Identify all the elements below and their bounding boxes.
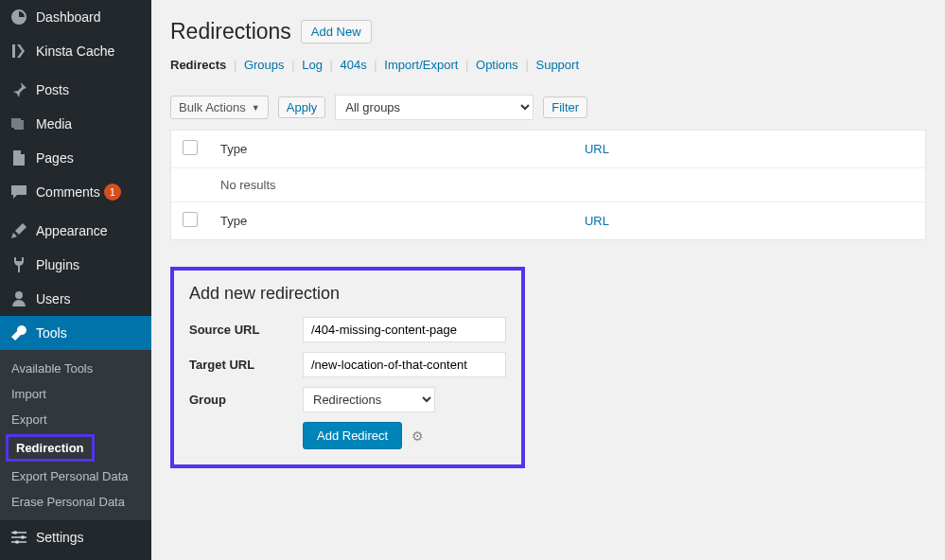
no-results-text: No results [209,168,926,202]
redirects-table: Type URL No results Type URL [170,130,926,240]
sidebar-item-label: Posts [36,82,69,97]
kinsta-icon [9,42,28,61]
main-content: Redirections Add New Redirects | Groups … [151,0,945,560]
sidebar-item-pages[interactable]: Pages [0,141,151,175]
sidebar-item-kinsta-cache[interactable]: Kinsta Cache [0,34,151,68]
apply-button[interactable]: Apply [278,96,326,118]
sidebar-item-appearance[interactable]: Appearance [0,214,151,248]
add-redirect-button[interactable]: Add Redirect [303,422,402,449]
plug-icon [9,255,28,274]
submenu-available-tools[interactable]: Available Tools [0,356,151,381]
page-title: Redirections [170,19,291,44]
col-url-footer[interactable]: URL [585,214,609,228]
sidebar-item-tools[interactable]: Tools [0,316,151,350]
user-icon [9,289,28,308]
sub-nav: Redirects | Groups | Log | 404s | Import… [170,58,926,72]
subnav-redirects[interactable]: Redirects [170,58,226,72]
gear-icon[interactable]: ⚙ [411,429,424,444]
col-type: Type [209,131,573,168]
col-type-footer: Type [209,202,573,240]
target-url-label: Target URL [189,358,303,372]
sidebar-item-label: Plugins [36,257,79,272]
sidebar-item-settings[interactable]: Settings [0,520,151,554]
bulk-actions-label: Bulk Actions [179,100,246,114]
target-url-input[interactable] [303,352,506,377]
subnav-options[interactable]: Options [476,58,518,72]
sidebar-item-users[interactable]: Users [0,282,151,316]
svg-point-4 [21,535,25,539]
tools-submenu: Available Tools Import Export Redirectio… [0,350,151,520]
subnav-log[interactable]: Log [302,58,323,72]
sidebar-item-label: Users [36,291,71,306]
sidebar-item-dashboard[interactable]: Dashboard [0,0,151,34]
select-all-checkbox-footer[interactable] [183,212,198,227]
submenu-export-personal-data[interactable]: Export Personal Data [0,464,151,489]
admin-sidebar: Dashboard Kinsta Cache Posts Media Pages… [0,0,151,560]
sidebar-item-media[interactable]: Media [0,107,151,141]
subnav-import-export[interactable]: Import/Export [384,58,458,72]
submenu-export[interactable]: Export [0,407,151,432]
media-icon [9,114,28,133]
sidebar-item-label: Appearance [36,223,108,238]
sidebar-item-posts[interactable]: Posts [0,73,151,107]
subnav-support[interactable]: Support [535,58,579,72]
filters-row: Bulk Actions ▼ Apply All groups Filter [170,95,926,120]
wrench-icon [9,324,28,342]
group-label: Group [189,393,303,407]
svg-point-3 [13,531,17,534]
sidebar-item-label: Tools [36,325,67,341]
pin-icon [9,80,28,99]
sidebar-item-plugins[interactable]: Plugins [0,248,151,282]
svg-point-5 [15,540,19,544]
sidebar-item-label: Pages [36,150,74,166]
select-all-checkbox[interactable] [183,140,198,155]
group-select[interactable]: Redirections [303,387,435,412]
add-redirection-panel: Add new redirection Source URL Target UR… [170,267,525,468]
page-icon [9,149,28,167]
sidebar-item-comments[interactable]: Comments 1 [0,175,151,209]
subnav-groups[interactable]: Groups [244,58,285,72]
brush-icon [9,221,28,240]
sidebar-item-label: Media [36,116,72,131]
submenu-erase-personal-data[interactable]: Erase Personal Data [0,489,151,515]
comments-badge: 1 [104,184,121,201]
caret-down-icon: ▼ [252,103,260,113]
col-url[interactable]: URL [585,142,609,156]
group-filter-select[interactable]: All groups [335,95,534,120]
comment-icon [9,183,28,201]
filter-button[interactable]: Filter [543,96,587,118]
sidebar-item-label: Comments [36,184,100,200]
sidebar-item-label: Kinsta Cache [36,44,114,59]
settings-icon [9,528,28,547]
source-url-label: Source URL [189,323,303,337]
dashboard-icon [9,8,28,26]
sidebar-item-label: Settings [36,530,84,545]
submenu-import[interactable]: Import [0,381,151,407]
source-url-input[interactable] [303,317,506,342]
bulk-actions-select[interactable]: Bulk Actions ▼ [170,96,269,119]
subnav-404s[interactable]: 404s [341,58,367,72]
add-new-button[interactable]: Add New [301,20,372,44]
submenu-redirection[interactable]: Redirection [6,434,95,462]
panel-heading: Add new redirection [189,284,506,304]
table-row-empty: No results [171,168,926,202]
sidebar-item-label: Dashboard [36,9,101,25]
